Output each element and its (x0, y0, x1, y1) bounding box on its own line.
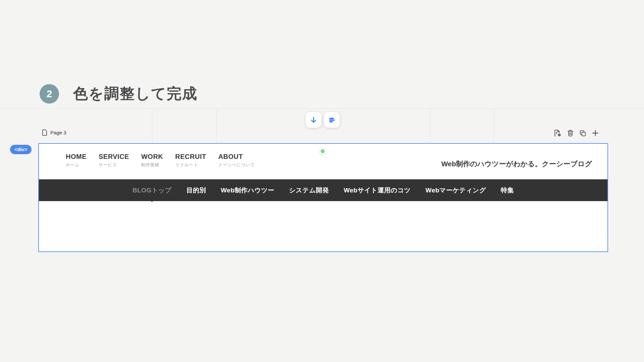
active-pointer-triangle (148, 198, 156, 202)
page-label-row[interactable]: Page 3 (42, 129, 66, 136)
trash-icon (567, 129, 574, 137)
step-header: 2 色を調整して完成 (40, 84, 198, 104)
nav-label-en: SERVICE (99, 153, 129, 161)
site-header-section: HOME ホーム SERVICE サービス WORK 制作実績 RECRUIT … (39, 144, 607, 179)
nav-label-en: HOME (66, 153, 87, 161)
duplicate-icon (579, 130, 586, 137)
add-page-button[interactable] (592, 129, 599, 137)
site-title: Web制作のハウツーがわかる。クーシーブログ (441, 159, 592, 169)
canvas-actions (554, 129, 599, 137)
site-main-nav: HOME ホーム SERVICE サービス WORK 制作実績 RECRUIT … (66, 153, 255, 168)
nav-label-ja: 制作実績 (141, 162, 163, 168)
blog-nav-item-operation[interactable]: Webサイト運用のコツ (344, 186, 411, 195)
page-label: Page 3 (50, 130, 66, 135)
blog-nav-item-system[interactable]: システム開発 (289, 186, 329, 195)
move-down-button[interactable] (306, 112, 321, 128)
nav-label-ja: クーシーについて (218, 162, 255, 168)
blog-nav-item-top[interactable]: BLOGトップ (132, 186, 172, 195)
align-left-icon (328, 116, 336, 124)
vertical-guide (494, 109, 494, 143)
blog-nav-bar: BLOGトップ 目的別 Web制作ハウツー システム開発 Webサイト運用のコツ… (39, 179, 607, 201)
blog-nav-item-feature[interactable]: 特集 (501, 186, 514, 195)
step-number-badge: 2 (40, 84, 59, 104)
step-title: 色を調整して完成 (73, 84, 198, 104)
artboard-canvas[interactable]: HOME ホーム SERVICE サービス WORK 制作実績 RECRUIT … (38, 143, 608, 252)
page-settings-button[interactable] (554, 129, 561, 137)
nav-label-en: WORK (141, 153, 163, 161)
vertical-guide (152, 109, 152, 143)
nav-label-ja: サービス (99, 162, 129, 168)
selection-handle-dot[interactable] (320, 148, 326, 154)
vertical-guide (216, 109, 217, 143)
nav-item-work[interactable]: WORK 制作実績 (141, 153, 163, 168)
element-tag-badge[interactable]: <div> (10, 145, 32, 154)
delete-page-button[interactable] (567, 129, 574, 137)
blog-nav-label: BLOGトップ (132, 187, 172, 194)
floating-toolbar (306, 112, 340, 128)
nav-item-service[interactable]: SERVICE サービス (99, 153, 129, 168)
add-icon (592, 129, 599, 137)
blog-nav-item-purpose[interactable]: 目的別 (186, 186, 206, 195)
nav-label-en: RECRUIT (175, 153, 206, 161)
document-settings-icon (554, 129, 561, 137)
blog-nav-item-howto[interactable]: Web制作ハウツー (221, 186, 274, 195)
nav-item-home[interactable]: HOME ホーム (66, 153, 87, 168)
align-button[interactable] (324, 112, 340, 128)
nav-label-en: ABOUT (218, 153, 255, 161)
arrow-down-icon (310, 116, 317, 124)
element-tag-label: <div> (14, 147, 27, 152)
nav-item-about[interactable]: ABOUT クーシーについて (218, 153, 255, 168)
vertical-guide (430, 109, 430, 143)
nav-label-ja: ホーム (66, 162, 87, 168)
step-number: 2 (47, 88, 52, 100)
page-icon (42, 129, 47, 136)
blog-nav-item-marketing[interactable]: Webマーケティング (426, 186, 486, 195)
nav-label-ja: リクルート (175, 162, 206, 168)
duplicate-page-button[interactable] (579, 130, 586, 137)
nav-item-recruit[interactable]: RECRUIT リクルート (175, 153, 206, 168)
